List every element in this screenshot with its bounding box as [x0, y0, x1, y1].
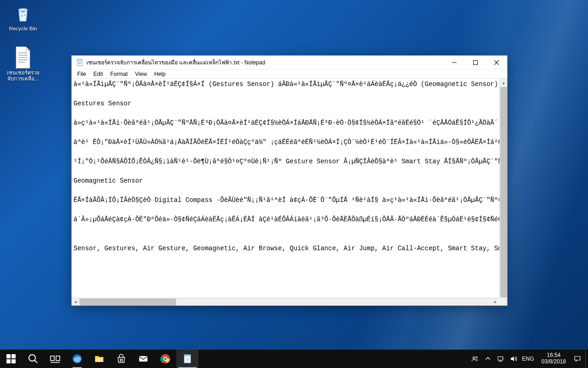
svg-rect-7 — [77, 59, 82, 61]
menu-help[interactable]: Help — [151, 70, 170, 78]
svg-point-39 — [473, 357, 475, 359]
svg-rect-18 — [11, 359, 16, 363]
titlebar[interactable]: เซนเซอร์ตรวจจับการเคลื่อนไหวของมือ และคล… — [72, 56, 507, 69]
svg-point-0 — [18, 9, 28, 11]
volume-icon[interactable] — [509, 355, 518, 363]
svg-rect-29 — [122, 361, 123, 362]
search-button[interactable] — [22, 350, 44, 368]
svg-rect-26 — [120, 359, 121, 360]
menu-bar: File Edit Format View Help — [72, 69, 507, 79]
taskbar-app-file-explorer[interactable] — [88, 350, 110, 368]
scroll-left-button[interactable]: ◂ — [72, 298, 79, 306]
svg-line-20 — [34, 360, 37, 363]
svg-rect-25 — [95, 358, 103, 362]
window-title: เซนเซอร์ตรวจจับการเคลื่อนไหวของมือ และคล… — [85, 58, 444, 67]
horizontal-scroll-thumb[interactable] — [79, 299, 176, 305]
taskbar-date: 03/8/2018 — [542, 359, 566, 365]
recycle-bin-icon — [5, 2, 41, 25]
desktop-icon-label: เซนเซอร์ตรวจจับการเคลื่อ... — [5, 70, 41, 82]
desktop-icon-recycle-bin[interactable]: Recycle Bin — [5, 2, 41, 32]
svg-point-33 — [164, 357, 167, 360]
maximize-button[interactable] — [465, 56, 486, 69]
system-tray: ENG 16:54 03/8/2018 — [467, 350, 585, 368]
taskbar-app-chrome[interactable] — [154, 350, 176, 368]
start-button[interactable] — [0, 350, 22, 368]
svg-point-40 — [476, 357, 477, 358]
taskbar-app-notepad[interactable] — [176, 350, 198, 368]
vertical-scrollbar[interactable]: ▴ — [499, 79, 507, 298]
svg-rect-17 — [6, 359, 11, 363]
vertical-scroll-thumb[interactable] — [500, 87, 507, 303]
menu-view[interactable]: View — [131, 70, 151, 78]
svg-rect-35 — [184, 355, 191, 356]
scroll-right-button[interactable]: ▸ — [492, 298, 499, 306]
taskbar-app-edge[interactable] — [66, 350, 88, 368]
svg-rect-30 — [139, 356, 147, 362]
svg-rect-42 — [499, 361, 502, 362]
language-indicator[interactable]: ENG — [522, 356, 534, 362]
tray-overflow-icon[interactable] — [484, 355, 492, 363]
people-icon[interactable] — [471, 355, 479, 363]
taskbar-time: 16:54 — [542, 352, 566, 359]
notepad-window: เซนเซอร์ตรวจจับการเคลื่อนไหวของมือ และคล… — [71, 55, 508, 306]
action-center-icon[interactable] — [573, 355, 582, 363]
svg-rect-16 — [11, 354, 16, 358]
close-button[interactable] — [486, 56, 507, 69]
taskbar-clock[interactable]: 16:54 03/8/2018 — [539, 352, 569, 365]
menu-file[interactable]: File — [74, 70, 90, 78]
taskbar: ENG 16:54 03/8/2018 — [0, 350, 588, 368]
svg-point-19 — [29, 355, 35, 361]
svg-rect-21 — [51, 356, 54, 361]
svg-rect-12 — [474, 60, 478, 64]
scroll-up-button[interactable]: ▴ — [500, 79, 507, 86]
text-area[interactable]: à«¹à«ÍÃìµÃÇ¨"Ñº¡ÒÃà¤Å×èÍ¹äËÇ¢Í§Á×Í (Gest… — [72, 79, 499, 298]
menu-format[interactable]: Format — [107, 70, 131, 78]
task-view-button[interactable] — [44, 350, 66, 368]
svg-rect-15 — [6, 354, 11, 358]
network-icon[interactable] — [497, 355, 505, 363]
svg-rect-44 — [575, 356, 580, 360]
desktop-icon-label: Recycle Bin — [5, 26, 41, 32]
svg-rect-22 — [56, 356, 60, 361]
notepad-app-icon — [74, 59, 85, 66]
taskbar-app-store[interactable] — [110, 350, 132, 368]
minimize-button[interactable] — [444, 56, 465, 69]
svg-rect-27 — [122, 359, 123, 360]
desktop-icon-text-file[interactable]: เซนเซอร์ตรวจจับการเคลื่อ... — [5, 46, 41, 82]
svg-rect-41 — [498, 357, 503, 361]
taskbar-app-mail[interactable] — [132, 350, 154, 368]
menu-edit[interactable]: Edit — [90, 70, 107, 78]
horizontal-scrollbar[interactable]: ◂ ▸ — [72, 298, 499, 305]
text-file-icon — [5, 46, 41, 69]
show-desktop-button[interactable] — [585, 350, 588, 368]
svg-rect-28 — [120, 361, 121, 362]
